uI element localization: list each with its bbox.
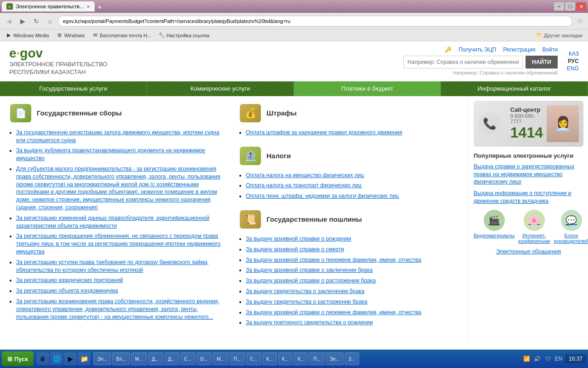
browser-content[interactable]: e·gov ЭЛЕКТРОННОЕ ПРАВИТЕЛЬСТВО РЕСПУБЛИ…: [0, 41, 588, 350]
gosposhlin-link-4[interactable]: За выдачу архивной справки о расторжении…: [246, 277, 376, 284]
list-item: За выдачу архивной справки о рождении: [246, 235, 459, 243]
gosposhlin-link-0[interactable]: За выдачу архивной справки о рождении: [246, 236, 351, 242]
list-item: За регистрацию прекращения обременения, …: [16, 232, 230, 255]
nav-payments[interactable]: Платежи в бюджет: [294, 81, 441, 96]
nav-commercial[interactable]: Коммерческие услуги: [147, 81, 294, 96]
popular-link-1[interactable]: Выдача информации о поступлении и движен…: [474, 190, 583, 205]
gos-sbory-link-1[interactable]: За выдачу дубликата правоустанавливающег…: [16, 147, 205, 161]
lang-rus[interactable]: РУС: [568, 58, 579, 64]
call-center-box: 📞 Call-центр 8-800-080-7777 1414 👩‍💼: [474, 101, 583, 147]
e-appeals-link[interactable]: Электронные обращения: [496, 248, 561, 255]
video-materials[interactable]: 🎬 Видеоматериалы: [474, 210, 514, 244]
lang-eng[interactable]: ENG: [567, 65, 579, 72]
gosposhlin-link-1[interactable]: За выдачу архивной справки о смерти: [246, 246, 344, 253]
browser-tab-active[interactable]: e Электронное правительств... ✕: [2, 1, 95, 12]
get-ecp-link[interactable]: Получить ЭЦП: [458, 46, 496, 53]
task-el2[interactable]: Эл...: [326, 352, 344, 365]
search-button[interactable]: НАЙТИ: [526, 56, 558, 69]
list-item: За выдачу свидетельства о расторжении бр…: [246, 298, 459, 306]
gosposhlin-link-6[interactable]: За выдачу свидетельства о расторжении бр…: [246, 299, 368, 305]
close-button[interactable]: ✕: [576, 2, 586, 11]
network-icon[interactable]: 📶: [522, 354, 531, 363]
gosposhlin-link-5[interactable]: За выдачу свидетельства о заключении бра…: [246, 288, 364, 294]
gos-sbory-link-0[interactable]: За государственную регистрацию залога дв…: [16, 129, 220, 144]
gosposhlin-link-8[interactable]: За выдачу повторного свидетельства о рож…: [246, 319, 373, 326]
internet-conf[interactable]: 🌸 Интернет-конференции: [518, 210, 550, 244]
list-item: За регистрацию юридических притязаний: [16, 276, 230, 284]
refresh-button[interactable]: ↻: [30, 15, 42, 27]
nav-catalog[interactable]: Информационный каталог: [441, 81, 588, 96]
bookmark-windows-label: Windows: [64, 33, 85, 38]
nalogi-link-1[interactable]: Оплата налога на транспорт физических ли…: [246, 182, 362, 189]
gos-sbory-link-7[interactable]: За регистрацию объекта кондоминиума: [16, 288, 118, 294]
nalogi-link-2[interactable]: Оплата пени, штрафа, недоимки за налоги …: [246, 193, 399, 199]
lang-kaz[interactable]: КАЗ: [569, 51, 579, 57]
gos-sbory-link-2[interactable]: Для субъектов малого предпринимательства…: [16, 166, 220, 211]
bookmark-star-button[interactable]: ☆: [574, 16, 585, 27]
new-tab-button[interactable]: +: [95, 3, 104, 12]
minimize-button[interactable]: −: [554, 2, 564, 11]
other-bookmarks[interactable]: 📁 Другие закладки: [533, 31, 585, 39]
gos-sbory-list: За государственную регистрацию залога дв…: [9, 129, 230, 321]
show-desktop-icon[interactable]: 🖥: [36, 352, 49, 365]
task-m2[interactable]: М...: [213, 352, 229, 365]
address-bar[interactable]: [58, 16, 572, 27]
list-item: За государственную регистрацию залога дв…: [16, 129, 230, 144]
home-button[interactable]: ⌂: [44, 15, 56, 27]
bookmark-mail[interactable]: ✉ Бесплатная почта Н...: [89, 31, 154, 40]
wmp-icon[interactable]: ▶: [64, 352, 77, 365]
task-vl[interactable]: Вл...: [112, 352, 130, 365]
explorer-icon[interactable]: 📁: [78, 352, 90, 365]
task-d2[interactable]: Д...: [164, 352, 179, 365]
gosposhlin-header: 📜 Государственные пошлины: [239, 209, 459, 230]
list-item: За выдачу дубликата правоустанавливающег…: [16, 147, 230, 162]
login-link[interactable]: Войти: [542, 46, 558, 53]
bookmark-settings[interactable]: 🔧 Настройка ссылок: [156, 31, 212, 40]
task-k1[interactable]: К...: [262, 352, 277, 365]
task-3[interactable]: 3...: [345, 352, 359, 365]
bookmark-windows-media[interactable]: ▶ Windows Media: [3, 31, 52, 40]
volume-icon[interactable]: 🔊: [533, 354, 542, 363]
forward-button[interactable]: ▶: [17, 15, 28, 27]
maximize-button[interactable]: □: [565, 2, 575, 11]
start-button[interactable]: ⊞ Пуск: [2, 351, 34, 366]
search-input[interactable]: [403, 56, 523, 69]
gosposhlin-link-2[interactable]: За выдачу архивной справки о перемене фа…: [246, 257, 421, 263]
logo-subtitle: ЭЛЕКТРОННОЕ ПРАВИТЕЛЬСТВО РЕСПУБЛИКИ КАЗ…: [9, 61, 107, 76]
list-item: За регистрацию уступки права требования …: [16, 259, 230, 274]
gos-sbory-link-8[interactable]: За регистрацию возникновения права собст…: [16, 298, 220, 320]
bookmark-windows[interactable]: ⊞ Windows: [54, 31, 88, 40]
call-agent-image: 👩‍💼: [547, 105, 579, 142]
task-k3[interactable]: К...: [294, 352, 308, 365]
blogs[interactable]: 💬 Блоги руководителей: [554, 210, 588, 244]
shtrafy-header: 💰 Штрафы: [239, 103, 459, 123]
task-el[interactable]: Эл...: [93, 352, 111, 365]
nav-gos-uslugi[interactable]: Государственные услуги: [0, 81, 147, 96]
ie-icon[interactable]: 🌐: [50, 352, 63, 365]
bookmark-windows-media-label: Windows Media: [13, 33, 49, 38]
gos-sbory-link-3[interactable]: За регистрацию изменений данных правообл…: [16, 215, 209, 229]
task-s1[interactable]: С...: [180, 352, 196, 365]
gosposhlin-link-7[interactable]: За выдачу архивной справки о перемене фа…: [246, 309, 421, 316]
antivirus-icon[interactable]: 🛡: [543, 354, 553, 363]
task-s2[interactable]: С...: [246, 352, 261, 365]
task-d3[interactable]: D...: [196, 352, 212, 365]
gos-sbory-link-6[interactable]: За регистрацию юридических притязаний: [16, 277, 123, 283]
gosposhlin-link-3[interactable]: За выдачу архивной справки о заключении …: [246, 267, 373, 273]
lang-tray[interactable]: EN: [554, 354, 563, 363]
tab-close-button[interactable]: ✕: [86, 4, 90, 9]
task-p1[interactable]: П...: [230, 352, 245, 365]
gos-sbory-link-5[interactable]: За регистрацию уступки права требования …: [16, 259, 209, 273]
register-link[interactable]: Регистрация: [503, 46, 535, 53]
windows-logo-icon: ⊞: [7, 356, 12, 362]
nalogi-link-0[interactable]: Оплата налога на имущество физических ли…: [246, 172, 364, 178]
shtrafy-link-0[interactable]: Оплата штрафов за нарушение правил дорож…: [246, 129, 402, 136]
gos-sbory-link-4[interactable]: За регистрацию прекращения обременения, …: [16, 233, 220, 255]
task-d1[interactable]: Д...: [148, 352, 163, 365]
back-button[interactable]: ◀: [3, 15, 15, 27]
task-m[interactable]: М...: [131, 352, 147, 365]
popular-link-0[interactable]: Выдача справки о зарегистрированных прав…: [474, 163, 583, 186]
task-k2[interactable]: К...: [278, 352, 293, 365]
task-p2[interactable]: П...: [309, 352, 325, 365]
call-short-number: 1414: [510, 124, 543, 141]
